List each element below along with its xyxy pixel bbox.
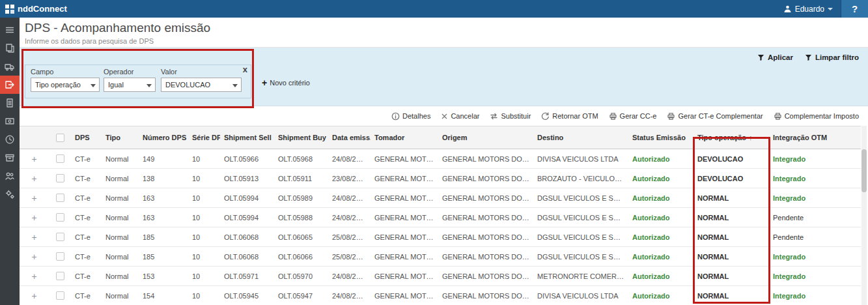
valor-select-value: DEVOLUCAO: [165, 81, 210, 89]
cell-numero-dps: 149: [139, 149, 188, 169]
sidebar-item-truck[interactable]: [0, 57, 20, 76]
operador-select[interactable]: Igual: [104, 78, 156, 92]
row-checkbox[interactable]: [56, 233, 64, 241]
cell-tipo: Normal: [102, 247, 139, 267]
cell-numero-dps: 163: [139, 188, 188, 208]
cell-destino: DGSUL VEICULOS E SERVICOS LTDA: [533, 227, 628, 247]
retornar-otm-action[interactable]: Retornar OTM: [541, 112, 598, 121]
substituir-action[interactable]: Substituir: [490, 112, 531, 121]
expand-row-button[interactable]: +: [31, 173, 36, 184]
campo-select[interactable]: Tipo operação: [31, 78, 100, 92]
cell-integracao-otm: Pendente: [769, 208, 861, 227]
cell-dps: CT-e: [71, 149, 102, 169]
table-row[interactable]: + CT-e Normal 163 10 OLT.05994 OLT.05988…: [20, 208, 861, 227]
expand-row-button[interactable]: +: [31, 291, 36, 301]
scrollbar-thumb[interactable]: [861, 149, 867, 192]
cell-tomador: GENERAL MOTORS DO ...: [371, 227, 438, 247]
brand-name: nddConnect: [18, 4, 67, 14]
row-checkbox[interactable]: [56, 174, 64, 182]
cell-data-emissao: 23/08/2017: [328, 169, 371, 188]
sidebar-item-menu[interactable]: [0, 21, 20, 39]
new-criteria-button[interactable]: + Novo critério: [262, 79, 310, 87]
sidebar-item-settings[interactable]: [0, 185, 20, 203]
column-header-serie-dps[interactable]: Série DPS: [188, 126, 220, 149]
column-header-dps[interactable]: DPS: [71, 126, 102, 149]
table-row[interactable]: + CT-e Normal 138 10 OLT.05913 OLT.05911…: [20, 169, 861, 188]
cancelar-action[interactable]: Cancelar: [441, 112, 479, 120]
expand-row-button[interactable]: +: [31, 212, 36, 223]
row-checkbox[interactable]: [56, 252, 64, 261]
brand-logo-icon: [5, 5, 14, 14]
column-header-shipment-sell[interactable]: Shipment Sell: [220, 126, 274, 149]
complementar-imposto-action[interactable]: Complementar Imposto: [774, 112, 859, 121]
row-checkbox[interactable]: [56, 213, 64, 222]
row-checkbox[interactable]: [56, 291, 64, 300]
row-checkbox[interactable]: [56, 194, 64, 202]
table-row[interactable]: + CT-e Normal 149 10 OLT.05966 OLT.05968…: [20, 149, 861, 169]
column-header-shipment-buy[interactable]: Shipment Buy: [274, 126, 328, 149]
cell-integracao-otm: Integrado: [769, 188, 861, 208]
checkbox-column-header[interactable]: [49, 126, 71, 149]
row-checkbox[interactable]: [56, 272, 64, 280]
select-all-checkbox[interactable]: [56, 134, 64, 142]
column-header-integracao-otm[interactable]: Integração OTM: [769, 126, 861, 149]
detalhes-action[interactable]: Detalhes: [391, 112, 430, 121]
expand-row-button[interactable]: +: [31, 271, 36, 282]
help-button[interactable]: ?: [841, 0, 868, 18]
column-header-status-emissao[interactable]: Status Emissão: [628, 126, 693, 149]
valor-select[interactable]: DEVOLUCAO: [161, 78, 242, 92]
table-row[interactable]: + CT-e Normal 185 10 OLT.06068 OLT.06066…: [20, 247, 861, 267]
column-header-tomador[interactable]: Tomador: [371, 126, 438, 149]
column-header-numero-dps[interactable]: Número DPS: [139, 126, 188, 149]
expand-row-button[interactable]: +: [31, 154, 36, 164]
send-dps-icon: [5, 80, 15, 90]
cell-destino: BROZAUTO - VEICULOS E PECAS LT...: [533, 169, 628, 188]
sidebar-item-archive[interactable]: [0, 149, 20, 167]
table-row[interactable]: + CT-e Normal 154 10 OLT.05945 OLT.05947…: [20, 286, 861, 305]
column-header-origem[interactable]: Origem: [438, 126, 533, 149]
chevron-down-icon: [91, 84, 96, 87]
cell-serie-dps: 10: [188, 267, 220, 286]
gerar-cce-action[interactable]: Gerar CC-e: [609, 112, 657, 121]
column-header-tipo-operacao[interactable]: Tipo operação↑: [693, 126, 769, 149]
cell-serie-dps: 10: [188, 208, 220, 227]
valor-label: Valor: [161, 68, 242, 76]
clear-filter-button[interactable]: Limpar filtro: [805, 53, 859, 61]
row-checkbox[interactable]: [56, 154, 64, 163]
cell-status-emissao: Autorizado: [628, 169, 693, 188]
column-header-destino[interactable]: Destino: [533, 126, 628, 149]
cell-tomador: GENERAL MOTORS DO ...: [371, 208, 438, 227]
cell-origem: GENERAL MOTORS DO BRASIL LTDA: [438, 169, 533, 188]
return-arrow-icon: [541, 112, 550, 121]
table-body: + CT-e Normal 149 10 OLT.05966 OLT.05968…: [20, 149, 861, 305]
sidebar-item-document[interactable]: [0, 94, 20, 112]
column-header-tipo[interactable]: Tipo: [102, 126, 139, 149]
sidebar-item-money[interactable]: [0, 112, 20, 130]
expand-row-button[interactable]: +: [31, 232, 36, 242]
user-icon: [783, 5, 792, 13]
cell-shipment-buy: OLT.05988: [274, 208, 328, 227]
table-row[interactable]: + CT-e Normal 185 10 OLT.06068 OLT.06065…: [20, 227, 861, 247]
gerar-cte-complementar-action[interactable]: Gerar CT-e Complementar: [667, 112, 763, 121]
cell-status-emissao: Autorizado: [628, 286, 693, 305]
column-header-data-emissao[interactable]: Data emiss...: [328, 126, 371, 149]
apply-filter-button[interactable]: Aplicar: [757, 53, 793, 61]
sidebar-item-users[interactable]: [0, 167, 20, 185]
expand-row-button[interactable]: +: [31, 252, 36, 262]
cell-tipo: Normal: [102, 149, 139, 169]
user-menu[interactable]: Eduardo: [776, 0, 841, 18]
remove-criteria-button[interactable]: x: [243, 65, 247, 74]
cell-shipment-sell: OLT.05966: [220, 149, 274, 169]
sidebar-item-history[interactable]: [0, 130, 20, 149]
cell-status-emissao: Autorizado: [628, 208, 693, 227]
vertical-scrollbar[interactable]: [861, 126, 867, 305]
table-row[interactable]: + CT-e Normal 153 10 OLT.05971 OLT.05970…: [20, 267, 861, 286]
cell-status-emissao: Autorizado: [628, 247, 693, 267]
sidebar-item-send-dps[interactable]: [0, 76, 20, 94]
cell-shipment-buy: OLT.05989: [274, 188, 328, 208]
sidebar-item-pages[interactable]: [0, 39, 20, 57]
cell-status-emissao: Autorizado: [628, 227, 693, 247]
cell-integracao-otm: Integrado: [769, 247, 861, 267]
table-row[interactable]: + CT-e Normal 163 10 OLT.05994 OLT.05989…: [20, 188, 861, 208]
expand-row-button[interactable]: +: [31, 193, 36, 203]
